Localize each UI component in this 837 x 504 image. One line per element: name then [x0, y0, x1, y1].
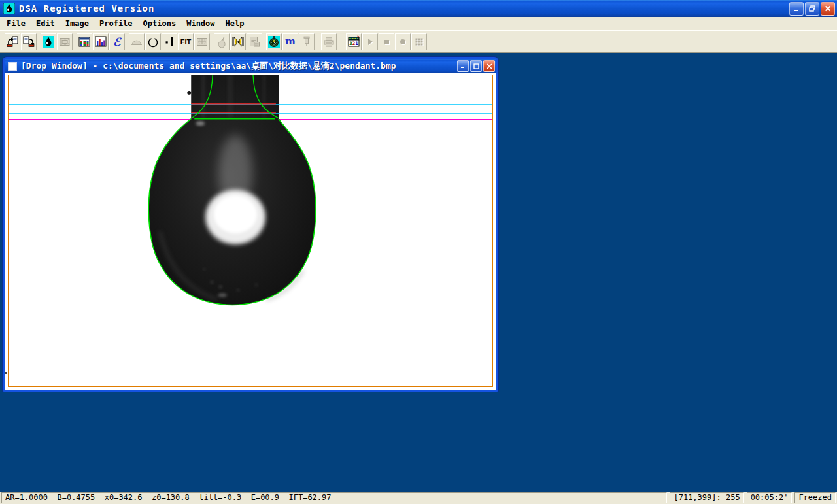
pendant-drop-icon	[215, 35, 228, 48]
svg-text:321: 321	[349, 41, 358, 46]
circle-fit-button[interactable]	[145, 33, 161, 50]
menu-profile[interactable]: Profile	[94, 18, 138, 29]
drop-minimize-button[interactable]	[457, 60, 469, 72]
mode-panel: Freezed	[794, 492, 836, 503]
play-icon	[364, 35, 377, 48]
extract-profile-button[interactable]: ℰ	[109, 33, 125, 50]
sessile-drop-button	[129, 33, 145, 50]
record-icon	[396, 35, 409, 48]
svg-text:ℰ: ℰ	[113, 35, 122, 48]
app-title: DSA Registered Version	[19, 3, 154, 14]
frame-grabber-button	[57, 33, 73, 50]
main-titlebar[interactable]: DSA Registered Version	[0, 0, 837, 17]
drop-window-title: [Drop Window] - c:\documents and setting…	[21, 60, 396, 72]
stopwatch-button[interactable]	[266, 33, 282, 50]
bar-chart-icon	[94, 35, 107, 48]
baseline-button[interactable]	[162, 33, 177, 50]
clipboard-icon	[248, 35, 261, 48]
grab-image-button[interactable]	[41, 33, 56, 50]
menu-edit[interactable]: Edit	[31, 18, 60, 29]
menu-options[interactable]: Options	[138, 18, 182, 29]
drop-close-button[interactable]	[483, 60, 495, 72]
sessile-drop-icon	[130, 35, 143, 48]
grid-icon	[413, 35, 426, 48]
app-drop-icon	[3, 3, 15, 14]
printer-icon	[322, 35, 335, 48]
pixel-readout-panel: [711,399]: 255	[670, 492, 743, 503]
stop-icon	[380, 35, 393, 48]
save-image-button[interactable]	[21, 33, 37, 50]
drop-window-titlebar[interactable]: [Drop Window] - c:\documents and setting…	[5, 59, 496, 73]
stopwatch-icon	[267, 35, 281, 48]
result-chart-button[interactable]	[93, 33, 109, 50]
pixel-artifact	[5, 372, 7, 374]
document-icon	[8, 62, 17, 71]
drop-camera-icon	[42, 35, 55, 48]
needle-icon	[231, 35, 245, 48]
drop-image-frame	[8, 75, 493, 387]
table-icon	[78, 35, 91, 48]
open-file-icon	[6, 35, 19, 48]
syringe-icon	[300, 35, 313, 48]
save-file-icon	[22, 35, 35, 48]
print-button	[321, 33, 337, 50]
window-fit-icon	[196, 35, 209, 48]
menu-image[interactable]: Image	[60, 18, 94, 29]
result-table-button[interactable]	[77, 33, 92, 50]
drop-photo	[9, 75, 492, 386]
dosing-button	[299, 33, 315, 50]
drop-maximize-button[interactable]	[470, 60, 482, 72]
drop-window-content	[5, 73, 496, 390]
close-button[interactable]	[821, 2, 835, 16]
minimize-button[interactable]	[789, 2, 804, 16]
play-button	[362, 33, 378, 50]
text-label: FIT	[180, 38, 192, 46]
menu-window[interactable]: Window	[181, 18, 220, 29]
dsa-application: { "window": { "title": "DSA Registered V…	[0, 0, 837, 504]
menu-help[interactable]: Help	[220, 18, 250, 29]
stop-button	[379, 33, 394, 50]
fit-button[interactable]: FIT	[178, 33, 194, 50]
drop-window: [Drop Window] - c:\documents and setting…	[3, 57, 498, 392]
open-image-button[interactable]	[5, 33, 20, 50]
restore-button[interactable]	[805, 2, 819, 16]
menu-bar: FileEditImageProfileOptionsWindowHelp	[0, 17, 837, 30]
status-bar: AR=1.0000 B=0.4755 x0=342.6 z0=130.8 til…	[0, 492, 837, 504]
timer-panel: 00:05:2'	[747, 492, 793, 503]
fit-results-panel: AR=1.0000 B=0.4755 x0=342.6 z0=130.8 til…	[1, 492, 667, 503]
movie-321-icon: 321	[347, 35, 360, 48]
record-button	[395, 33, 411, 50]
text-label-blue: m	[285, 37, 296, 46]
menu-file[interactable]: File	[1, 18, 31, 29]
toolbar: ℰFITm321	[0, 30, 837, 53]
baseline-icon	[163, 35, 176, 48]
window-fit-button	[194, 33, 210, 50]
needle-detect-button[interactable]	[230, 33, 246, 50]
circle-icon	[146, 35, 160, 48]
profile-copy-button	[247, 33, 262, 50]
magnification-button[interactable]: m	[282, 33, 298, 50]
frame-list-button	[411, 33, 427, 50]
movie-button[interactable]: 321	[346, 33, 362, 50]
frame-grabber-icon	[58, 35, 71, 48]
pendant-drop-button	[214, 33, 230, 50]
script-e-icon: ℰ	[111, 35, 124, 48]
mdi-client-area: [Drop Window] - c:\documents and setting…	[0, 53, 837, 492]
